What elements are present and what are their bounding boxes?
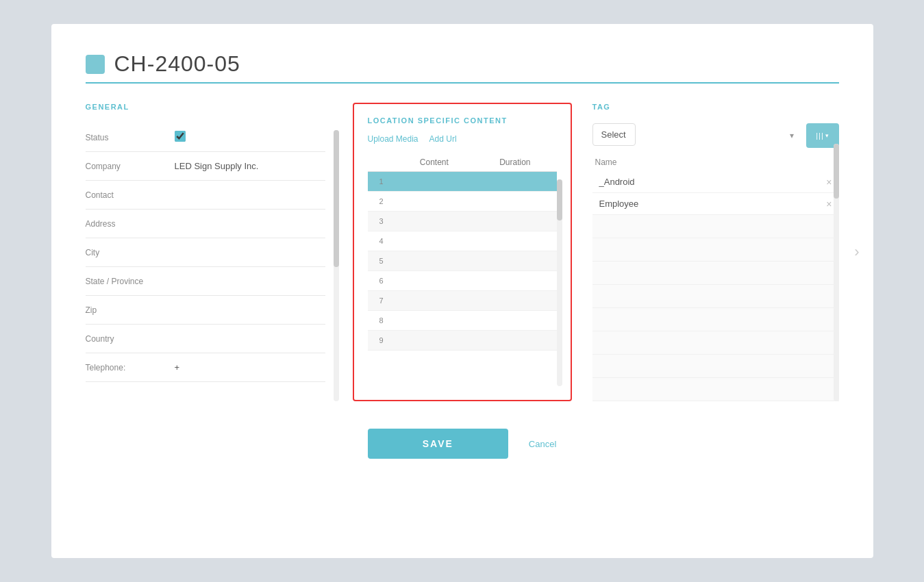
value-telephone bbox=[175, 362, 325, 372]
row-content bbox=[395, 291, 474, 311]
label-contact: Contact bbox=[86, 190, 175, 200]
row-content bbox=[395, 231, 474, 251]
upload-media-button[interactable]: Upload Media bbox=[368, 134, 419, 144]
tag-remove-android[interactable]: × bbox=[826, 177, 832, 187]
main-layout: GENERAL Status Company Contact bbox=[86, 103, 839, 401]
table-row[interactable]: 5 bbox=[368, 251, 557, 271]
bars-icon: ||| bbox=[816, 131, 824, 140]
row-duration bbox=[473, 311, 556, 331]
label-zip: Zip bbox=[86, 305, 175, 315]
page-header: CH-2400-05 bbox=[86, 51, 839, 77]
row-content bbox=[395, 271, 474, 291]
general-scrollbar-thumb[interactable] bbox=[334, 130, 339, 267]
field-state: State / Province bbox=[86, 267, 325, 296]
label-telephone: Telephone: bbox=[86, 363, 175, 372]
field-telephone: Telephone: bbox=[86, 353, 325, 382]
value-address bbox=[175, 218, 325, 229]
row-duration bbox=[473, 271, 556, 291]
row-duration bbox=[473, 231, 556, 251]
cancel-button[interactable]: Cancel bbox=[529, 439, 556, 449]
row-num: 3 bbox=[368, 212, 395, 231]
row-content bbox=[395, 172, 474, 192]
tag-item: Employee × bbox=[592, 193, 839, 215]
zip-input[interactable] bbox=[175, 305, 325, 315]
row-content bbox=[395, 311, 474, 331]
add-url-button[interactable]: Add Url bbox=[429, 134, 457, 144]
value-state bbox=[175, 276, 325, 286]
row-content bbox=[395, 212, 474, 231]
table-row[interactable]: 2 bbox=[368, 192, 557, 212]
tag-empty-row bbox=[592, 308, 839, 331]
value-status bbox=[175, 131, 325, 144]
row-duration bbox=[473, 331, 556, 351]
tag-empty-row bbox=[592, 262, 839, 285]
section-tag: TAG Select ||| ▾ Name _Android × bbox=[586, 103, 839, 401]
location-title: LOCATION SPECIFIC CONTENT bbox=[368, 116, 557, 125]
field-country: Country bbox=[86, 325, 325, 353]
table-row[interactable]: 4 bbox=[368, 231, 557, 251]
save-button[interactable]: SAVE bbox=[368, 429, 508, 459]
value-contact bbox=[175, 190, 325, 200]
row-num: 9 bbox=[368, 331, 395, 351]
field-address: Address bbox=[86, 210, 325, 238]
table-row[interactable]: 9 bbox=[368, 331, 557, 351]
table-scrollbar-thumb[interactable] bbox=[557, 179, 562, 220]
section-location: LOCATION SPECIFIC CONTENT Upload Media A… bbox=[353, 103, 572, 401]
tag-list: _Android × Employee × bbox=[592, 171, 839, 401]
table-row[interactable]: 7 bbox=[368, 291, 557, 311]
label-city: City bbox=[86, 248, 175, 257]
page-wrapper: CH-2400-05 GENERAL Status Company bbox=[51, 24, 873, 558]
field-company: Company bbox=[86, 152, 325, 181]
field-city: City bbox=[86, 238, 325, 267]
row-num: 1 bbox=[368, 172, 395, 192]
table-row[interactable]: 6 bbox=[368, 271, 557, 291]
label-company: Company bbox=[86, 162, 175, 171]
next-arrow[interactable]: › bbox=[854, 243, 859, 261]
general-title: GENERAL bbox=[86, 103, 325, 111]
value-zip bbox=[175, 305, 325, 315]
content-table: Content Duration 1 2 bbox=[368, 153, 557, 351]
state-input[interactable] bbox=[175, 276, 325, 286]
tag-item-name: _Android bbox=[599, 177, 635, 187]
row-content bbox=[395, 251, 474, 271]
tag-remove-employee[interactable]: × bbox=[826, 199, 832, 209]
field-contact: Contact bbox=[86, 181, 325, 210]
tag-scrollbar-thumb[interactable] bbox=[834, 144, 839, 199]
status-checkbox[interactable] bbox=[175, 131, 186, 142]
city-input[interactable] bbox=[175, 247, 325, 257]
tag-empty-row bbox=[592, 331, 839, 355]
contact-input[interactable] bbox=[175, 190, 325, 200]
col-duration: Duration bbox=[473, 153, 556, 172]
tag-empty-row bbox=[592, 215, 839, 238]
row-num: 2 bbox=[368, 192, 395, 212]
tag-item: _Android × bbox=[592, 171, 839, 193]
section-general: GENERAL Status Company Contact bbox=[86, 103, 339, 401]
tag-title: TAG bbox=[592, 103, 839, 111]
label-address: Address bbox=[86, 219, 175, 229]
company-input[interactable] bbox=[175, 161, 325, 171]
value-city bbox=[175, 247, 325, 257]
label-state: State / Province bbox=[86, 277, 175, 286]
row-num: 5 bbox=[368, 251, 395, 271]
row-num: 7 bbox=[368, 291, 395, 311]
header-icon bbox=[86, 55, 105, 74]
telephone-input[interactable] bbox=[175, 362, 325, 372]
chevron-down-icon: ▾ bbox=[825, 132, 829, 139]
location-actions: Upload Media Add Url bbox=[368, 134, 557, 144]
row-duration bbox=[473, 172, 556, 192]
table-row[interactable]: 1 bbox=[368, 172, 557, 192]
row-duration bbox=[473, 251, 556, 271]
country-input[interactable] bbox=[175, 333, 325, 344]
table-row[interactable]: 8 bbox=[368, 311, 557, 331]
tag-controls: Select ||| ▾ bbox=[592, 123, 839, 148]
tag-empty-row bbox=[592, 355, 839, 378]
tag-select-wrapper: Select bbox=[592, 123, 801, 148]
value-country bbox=[175, 333, 325, 344]
page-title: CH-2400-05 bbox=[114, 51, 240, 77]
field-status: Status bbox=[86, 123, 325, 152]
row-duration bbox=[473, 212, 556, 231]
table-row[interactable]: 3 bbox=[368, 212, 557, 231]
tag-select[interactable]: Select bbox=[592, 123, 636, 146]
address-input[interactable] bbox=[175, 218, 325, 229]
row-num: 4 bbox=[368, 231, 395, 251]
